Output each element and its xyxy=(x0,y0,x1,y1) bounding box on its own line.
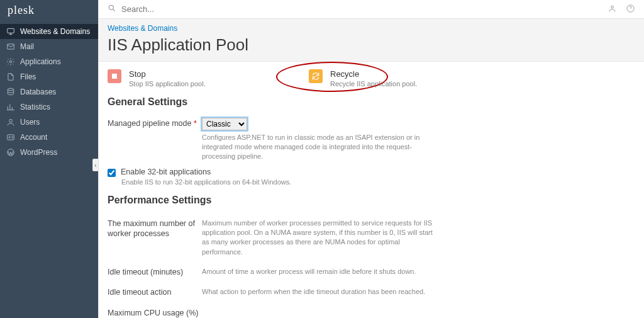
stats-icon xyxy=(6,103,15,111)
action-recycle-desc: Recycle IIS application pool. xyxy=(330,80,417,88)
sidebar: plesk Websites & Domains Mail Applicatio… xyxy=(0,0,98,318)
stop-icon xyxy=(108,69,121,83)
mail-icon xyxy=(6,42,15,51)
enable-32bit-checkbox[interactable] xyxy=(108,169,116,177)
search-input[interactable] xyxy=(121,4,602,14)
action-stop-desc: Stop IIS application pool. xyxy=(129,80,206,88)
enable-32bit-label: Enable 32-bit applications xyxy=(121,168,211,176)
svg-point-3 xyxy=(8,88,13,91)
sidebar-item-label: Databases xyxy=(20,88,56,96)
sidebar-item-label: Statistics xyxy=(20,103,50,111)
performance-settings-heading: Performance Settings xyxy=(108,195,635,206)
users-icon xyxy=(6,118,15,127)
enable-32bit-help: Enable IIS to run 32-bit applications on… xyxy=(121,178,635,186)
account-icon xyxy=(6,133,15,142)
sidebar-item-wordpress[interactable]: WordPress xyxy=(0,145,98,160)
perf-help: What action to perform when the idle tim… xyxy=(202,287,435,297)
perf-label: Idle timeout action xyxy=(108,287,202,297)
action-stop[interactable]: Stop Stop IIS application pool. xyxy=(108,69,284,88)
breadcrumb[interactable]: Websites & Domains xyxy=(108,24,635,33)
sidebar-item-label: Websites & Domains xyxy=(20,27,90,36)
perf-help: Amount of time a worker process will rem… xyxy=(202,267,435,276)
sidebar-item-label: Mail xyxy=(20,42,34,51)
svg-rect-5 xyxy=(8,135,14,140)
perf-label: Maximum CPU usage (%) xyxy=(108,308,202,318)
svg-rect-1 xyxy=(8,44,14,49)
perf-help: Maximum number of worker processes permi… xyxy=(202,219,435,258)
sidebar-item-applications[interactable]: Applications xyxy=(0,54,98,69)
svg-point-4 xyxy=(9,119,13,122)
action-stop-title: Stop xyxy=(129,69,206,79)
monitor-icon xyxy=(6,27,15,36)
perf-row-worker-processes: The maximum number of worker processes M… xyxy=(108,212,635,261)
sidebar-item-mail[interactable]: Mail xyxy=(0,39,98,54)
sidebar-item-databases[interactable]: Databases xyxy=(0,84,98,99)
recycle-icon xyxy=(309,69,323,83)
sidebar-item-label: Account xyxy=(20,133,47,142)
svg-point-2 xyxy=(9,60,12,63)
field-label: Managed pipeline mode * xyxy=(108,118,202,128)
action-recycle-title: Recycle xyxy=(330,69,417,79)
perf-label: The maximum number of worker processes xyxy=(108,219,202,239)
sidebar-item-label: WordPress xyxy=(20,148,57,157)
sidebar-collapse-handle[interactable]: ‹ xyxy=(92,159,99,171)
general-settings-heading: General Settings xyxy=(108,96,635,108)
topbar xyxy=(99,0,644,19)
svg-point-9 xyxy=(611,6,614,8)
search-icon xyxy=(108,4,116,14)
perf-row-max-cpu: Maximum CPU usage (%) xyxy=(108,302,635,318)
svg-point-6 xyxy=(9,137,10,138)
sidebar-item-files[interactable]: Files xyxy=(0,69,98,84)
svg-rect-0 xyxy=(8,28,14,33)
sidebar-item-statistics[interactable]: Statistics xyxy=(0,99,98,115)
field-help: Configures ASP.NET to run in classic mod… xyxy=(202,133,428,161)
action-row: Stop Stop IIS application pool. Recycle … xyxy=(108,69,635,88)
help-icon[interactable] xyxy=(626,4,635,15)
perf-row-idle-action: Idle timeout action What action to perfo… xyxy=(108,281,635,301)
sidebar-item-websites-domains[interactable]: Websites & Domains xyxy=(0,24,98,39)
perf-label: Idle timeout (minutes) xyxy=(108,267,202,277)
user-icon[interactable] xyxy=(608,4,617,15)
required-marker: * xyxy=(194,119,197,128)
file-icon xyxy=(6,72,15,81)
managed-pipeline-select[interactable]: Classic Integrated xyxy=(202,118,247,130)
main-panel: Websites & Domains IIS Application Pool … xyxy=(98,0,644,318)
brand-logo: plesk xyxy=(0,0,98,19)
field-enable-32bit: Enable 32-bit applications xyxy=(108,165,635,178)
sidebar-item-label: Applications xyxy=(20,57,61,66)
svg-point-8 xyxy=(109,5,113,9)
wordpress-icon xyxy=(6,148,15,157)
topbar-right-icons xyxy=(608,4,635,15)
action-recycle[interactable]: Recycle Recycle IIS application pool. xyxy=(309,69,485,88)
page-header: Websites & Domains IIS Application Pool xyxy=(99,19,644,62)
sidebar-items: Websites & Domains Mail Applications Fil… xyxy=(0,24,98,160)
sidebar-item-users[interactable]: Users xyxy=(0,115,98,130)
gear-icon xyxy=(6,57,15,66)
sidebar-item-label: Files xyxy=(20,72,36,81)
field-managed-pipeline: Managed pipeline mode * Classic Integrat… xyxy=(108,114,635,165)
sidebar-item-label: Users xyxy=(20,118,40,127)
perf-row-idle-timeout: Idle timeout (minutes) Amount of time a … xyxy=(108,261,635,281)
database-icon xyxy=(6,88,15,96)
content-area: Stop Stop IIS application pool. Recycle … xyxy=(99,62,644,318)
sidebar-item-account[interactable]: Account xyxy=(0,130,98,145)
page-title: IIS Application Pool xyxy=(108,35,635,55)
